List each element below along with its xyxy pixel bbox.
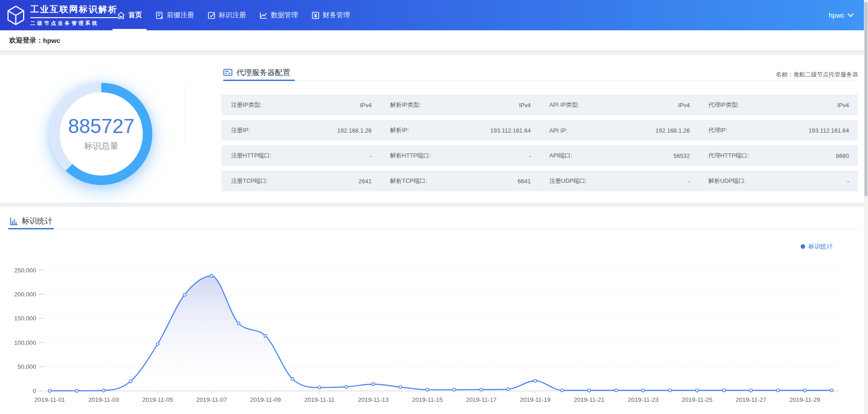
config-cell: API IP:192.168.1.26 [540, 127, 699, 134]
data-point[interactable] [156, 343, 159, 345]
config-value: IPv4 [678, 102, 690, 109]
data-point[interactable] [722, 389, 725, 392]
data-point[interactable] [183, 293, 186, 296]
config-value: - [529, 152, 531, 159]
user-menu[interactable]: hpwc [829, 0, 868, 30]
data-point[interactable] [830, 389, 833, 392]
nav-item-data-mgmt[interactable]: 数据管理 [253, 0, 305, 30]
config-label: 解析IP: [390, 126, 409, 134]
config-value: 193.112.161.64 [491, 127, 531, 134]
data-point[interactable] [102, 389, 105, 392]
config-label: API IP: [549, 127, 567, 134]
total-identifiers-value: 885727 [68, 116, 135, 136]
config-label: 解析HTTP端口: [390, 152, 431, 160]
config-value: 2641 [359, 178, 372, 185]
proxy-config-header: 代理服务器配置 [223, 67, 290, 78]
data-point[interactable] [561, 389, 563, 392]
data-point[interactable] [318, 386, 321, 389]
x-axis-label: 2019-11-17 [466, 396, 496, 403]
config-value: 193.112.161.64 [809, 127, 849, 134]
data-point[interactable] [803, 389, 806, 392]
scrollbar-track[interactable] [864, 0, 868, 414]
x-axis-label: 2019-11-07 [196, 396, 227, 403]
x-axis-label: 2019-11-29 [789, 396, 820, 403]
config-value: 8680 [836, 152, 849, 159]
data-point[interactable] [426, 388, 429, 391]
server-name-value: 黄船二级节点托管服务器 [793, 71, 858, 78]
nav-item-home[interactable]: 首页 [110, 0, 149, 30]
nav-item-label: 数据管理 [271, 11, 298, 19]
nav-item-finance-mgmt[interactable]: 财务管理 [305, 0, 357, 30]
data-point[interactable] [588, 389, 590, 392]
data-point[interactable] [480, 388, 482, 391]
data-point[interactable] [291, 377, 294, 380]
config-cell: 解析UDP端口:- [699, 177, 858, 185]
server-name-label: 名称： [776, 71, 793, 78]
config-value: IPv4 [360, 102, 372, 109]
app-logo: 工业互联网标识解析 二级节点业务管理系统 [0, 0, 108, 30]
y-axis-label: 50,000 [18, 363, 36, 370]
server-name: 名称：黄船二级节点托管服务器 [776, 71, 858, 79]
vertical-divider [184, 86, 185, 140]
data-point[interactable] [237, 322, 240, 324]
cube-logo-icon [5, 5, 26, 26]
data-point[interactable] [696, 389, 698, 392]
config-label: 代理IP类型: [708, 101, 739, 109]
data-point[interactable] [75, 389, 78, 392]
data-point[interactable] [534, 379, 537, 382]
config-cell: 注册IP类型:IPv4 [222, 101, 381, 109]
logo-title: 工业互联网标识解析 [30, 4, 118, 15]
finance-manage-icon [311, 11, 320, 19]
username: hpwc [829, 11, 844, 19]
data-point[interactable] [453, 388, 456, 391]
chevron-down-icon [848, 13, 854, 17]
nav-item-label: 标识注册 [219, 11, 246, 19]
welcome-username: hpwc [43, 37, 60, 44]
data-point[interactable] [264, 334, 267, 337]
data-point[interactable] [345, 385, 348, 388]
config-label: 解析UDP端口: [708, 177, 746, 185]
proxy-config-title: 代理服务器配置 [236, 67, 290, 78]
config-label: 注册HTTP端口: [231, 152, 272, 160]
config-cell: 解析IP:193.112.161.64 [381, 126, 540, 134]
config-cell: 注册HTTP端口:- [222, 152, 381, 160]
data-point[interactable] [776, 389, 779, 392]
config-cell: 注册TCP端口:2641 [222, 177, 381, 185]
x-axis-label: 2019-11-13 [358, 396, 389, 403]
y-axis-label: 250,000 [14, 267, 36, 274]
x-axis-label: 2019-11-05 [142, 396, 173, 403]
data-point[interactable] [669, 389, 671, 392]
nav-item-prefix-reg[interactable]: 前缀注册 [149, 0, 201, 30]
data-point[interactable] [750, 389, 752, 392]
data-point[interactable] [615, 389, 618, 392]
scrollbar-thumb[interactable] [864, 2, 868, 196]
data-point[interactable] [507, 388, 509, 390]
home-icon [117, 11, 125, 19]
data-point[interactable] [399, 385, 401, 388]
config-row: 注册HTTP端口:-解析HTTP端口:-API端口:56532代理HTTP端口:… [222, 145, 858, 166]
x-axis-label: 2019-11-11 [304, 396, 335, 403]
config-cell: 代理IP类型:IPv4 [699, 101, 858, 109]
title-underline [223, 80, 295, 81]
data-point[interactable] [129, 380, 132, 382]
nav-item-id-reg[interactable]: 标识注册 [201, 0, 253, 30]
config-cell: 注册UDP端口:- [540, 177, 699, 185]
nav-item-label: 财务管理 [323, 11, 350, 19]
data-point[interactable] [210, 275, 213, 277]
server-config-icon [223, 69, 232, 77]
config-row: 注册TCP端口:2641解析TCP端口:6641注册UDP端口:-解析UDP端口… [222, 171, 858, 191]
x-axis-label: 2019-11-19 [520, 396, 551, 403]
config-cell: 代理HTTP端口:8680 [699, 152, 858, 160]
data-point[interactable] [48, 389, 51, 392]
x-axis-label: 2019-11-21 [574, 396, 604, 403]
page: 工业互联网标识解析 二级节点业务管理系统 首页前缀注册标识注册数据管理财务管理 … [0, 0, 868, 414]
data-point[interactable] [642, 389, 644, 392]
config-value: IPv4 [837, 102, 849, 109]
series-area [50, 276, 832, 391]
identifier-stats-line-chart[interactable]: 050,000100,000150,000200,000250,0002019-… [0, 207, 868, 414]
config-value: 192.168.1.26 [656, 127, 690, 134]
donut-center: 885727 标识总量 [60, 92, 143, 176]
data-point[interactable] [372, 383, 375, 385]
nav: 首页前缀注册标识注册数据管理财务管理 [110, 0, 357, 30]
config-value: 192.168.1.26 [337, 127, 372, 134]
